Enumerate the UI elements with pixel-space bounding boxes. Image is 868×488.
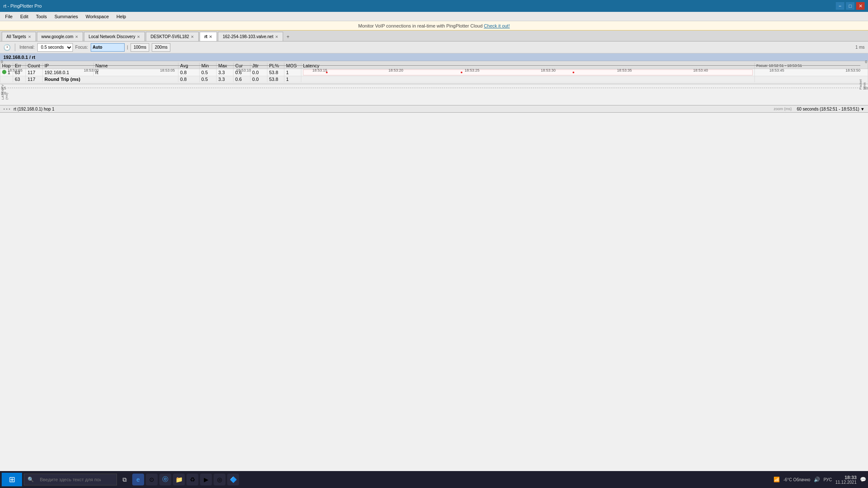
- close-icon[interactable]: ✕: [137, 35, 140, 39]
- banner-text: Monitor VoIP connections in real-time wi…: [358, 23, 482, 28]
- x-label-12: 18:53:50: [846, 68, 860, 72]
- taskbar-steam-icon[interactable]: ♻: [186, 474, 198, 485]
- maximize-button[interactable]: □: [846, 2, 854, 10]
- menu-edit[interactable]: Edit: [17, 13, 32, 20]
- banner: Monitor VoIP connections in real-time wi…: [0, 21, 868, 30]
- summary-label: Round Trip (ms): [43, 76, 178, 83]
- summary-min: 0.5: [200, 76, 217, 83]
- focus-input[interactable]: [91, 43, 125, 52]
- taskbar-app6-icon[interactable]: ◎: [214, 474, 225, 485]
- tabsbar: All Targets ✕ www.google.com ✕ Local Net…: [0, 30, 868, 42]
- summary-err: 63: [13, 76, 26, 83]
- x-label-11: 18:53:45: [769, 68, 784, 72]
- close-icon[interactable]: ✕: [209, 35, 212, 39]
- x-label-2: 18:53:00: [84, 68, 99, 72]
- ie-icon: ⓔ: [162, 476, 168, 483]
- date-text: 11.12.2021: [835, 480, 857, 485]
- section-title: 192.168.0.1 / rt: [0, 53, 868, 61]
- app7-icon: 🔷: [230, 476, 237, 483]
- chart-zoom-label: zoom (ms): [774, 107, 792, 111]
- focus-label: Focus:: [75, 45, 88, 50]
- network-icon: 📶: [773, 477, 780, 482]
- tab-all-targets[interactable]: All Targets ✕: [2, 32, 36, 41]
- ms-200-button[interactable]: 200ms: [152, 43, 170, 52]
- menu-workspace[interactable]: Workspace: [82, 13, 112, 20]
- summary-focus: [754, 76, 868, 83]
- taskbar-explorer-icon[interactable]: 📁: [173, 474, 185, 485]
- app6-icon: ◎: [217, 476, 222, 483]
- tab-google[interactable]: www.google.com ✕: [37, 32, 83, 41]
- y-0-label: 0: [1, 60, 3, 64]
- latency-header-label: Latency: [303, 63, 320, 68]
- taskbar-ie-icon[interactable]: ⓔ: [159, 474, 171, 485]
- tab-valve[interactable]: 162-254-198-103.valve.net ✕: [218, 32, 283, 41]
- minimize-button[interactable]: −: [836, 2, 844, 10]
- taskbar: ⊞ 🔍 ⧉ e ⊙ ⓔ 📁 ♻ ▶ ◎ 🔷 📶 -6°С Облачно 🔊 Р…: [0, 471, 868, 488]
- close-icon[interactable]: ✕: [191, 35, 194, 39]
- menu-tools[interactable]: Tools: [33, 13, 50, 20]
- app5-icon: ▶: [204, 476, 209, 483]
- x-label-8: 18:53:30: [541, 68, 556, 72]
- separator: [15, 44, 15, 51]
- menubar: File Edit Tools Summaries Workspace Help: [0, 12, 868, 21]
- window-controls: − □ ✕: [836, 2, 865, 10]
- close-icon[interactable]: ✕: [28, 35, 31, 39]
- x-axis: 18:52:55 18:53:00 18:53:05 18:53:10 18:5…: [8, 68, 860, 72]
- close-icon[interactable]: ✕: [275, 35, 278, 39]
- summary-count: 117: [26, 76, 43, 83]
- taskbar-search-area[interactable]: 🔍: [24, 474, 117, 485]
- taskview-button[interactable]: ⧉: [119, 474, 131, 485]
- close-icon[interactable]: ✕: [75, 35, 78, 39]
- menu-help[interactable]: Help: [113, 13, 130, 20]
- banner-link[interactable]: Check it out!: [484, 23, 510, 28]
- data-table-area: Hop Err Count IP Name Avg Min Max Cur Jt…: [0, 61, 868, 84]
- tab-local[interactable]: Local Network Discovery ✕: [84, 32, 145, 41]
- add-tab-button[interactable]: +: [284, 33, 292, 41]
- taskbar-app7-icon[interactable]: 🔷: [227, 474, 239, 485]
- tab-rt[interactable]: rt ✕: [200, 32, 217, 41]
- x-label-4: 18:53:10: [236, 68, 251, 72]
- x-axis-line: [8, 65, 860, 66]
- tab-label: Local Network Discovery: [89, 34, 135, 39]
- volume-icon: 🔊: [814, 477, 820, 482]
- summary-latency: [301, 76, 755, 83]
- start-button[interactable]: ⊞: [2, 473, 22, 486]
- y-axis-label: LATENCY (ms): [1, 84, 8, 100]
- tab-desktop[interactable]: DESKTOP-5V6L182 ✕: [146, 32, 199, 41]
- app-title: rt - PingPlotter Pro: [3, 3, 42, 8]
- edge-icon: e: [136, 476, 140, 483]
- menu-file[interactable]: File: [2, 13, 16, 20]
- steam-icon: ♻: [190, 476, 195, 483]
- titlebar: rt - PingPlotter Pro − □ ✕: [0, 0, 868, 12]
- notification-icon[interactable]: 💬: [860, 477, 866, 482]
- x-label-10: 18:53:40: [693, 68, 708, 72]
- summary-max: 3.3: [217, 76, 234, 83]
- interval-select[interactable]: 0.5 seconds 1 second 2.5 seconds: [37, 43, 73, 52]
- ms-100-button[interactable]: 100ms: [131, 43, 149, 52]
- x-label-1: 18:52:55: [8, 68, 22, 72]
- taskbar-edge-icon[interactable]: e: [132, 474, 144, 485]
- status-dot: [2, 70, 6, 74]
- clock-icon: 🕐: [3, 44, 11, 51]
- taskbar-chrome-icon[interactable]: ⊙: [146, 474, 158, 485]
- summary-hop: [0, 76, 13, 83]
- summary-pl: 53.8: [267, 76, 284, 83]
- x-label-3: 18:53:05: [160, 68, 175, 72]
- grid-line-top: [8, 88, 860, 88]
- toolbar: 🕐 Interval: 0.5 seconds 1 second 2.5 sec…: [0, 42, 868, 53]
- summary-cur: 0.6: [234, 76, 250, 83]
- tab-label: All Targets: [6, 34, 26, 39]
- taskbar-search-input[interactable]: [36, 474, 104, 485]
- taskbar-right: 📶 -6°С Облачно 🔊 РУС 18:33 11.12.2021 💬: [773, 475, 866, 485]
- taskbar-app5-icon[interactable]: ▶: [200, 474, 212, 485]
- keyboard-icon: РУС: [823, 477, 832, 482]
- menu-summaries[interactable]: Summaries: [51, 13, 81, 20]
- x-label-7: 18:53:25: [465, 68, 479, 72]
- scale-label: 1 ms: [855, 45, 865, 50]
- clock-display[interactable]: 18:33 11.12.2021: [835, 475, 857, 485]
- summary-avg: 0.8: [178, 76, 200, 83]
- tab-label: DESKTOP-5V6L182: [150, 34, 189, 39]
- close-button[interactable]: ✕: [856, 2, 865, 10]
- summary-row: 63 117 Round Trip (ms) 0.8 0.5 3.3 0.6 0…: [0, 76, 868, 83]
- summary-jttr: 0.0: [250, 76, 267, 83]
